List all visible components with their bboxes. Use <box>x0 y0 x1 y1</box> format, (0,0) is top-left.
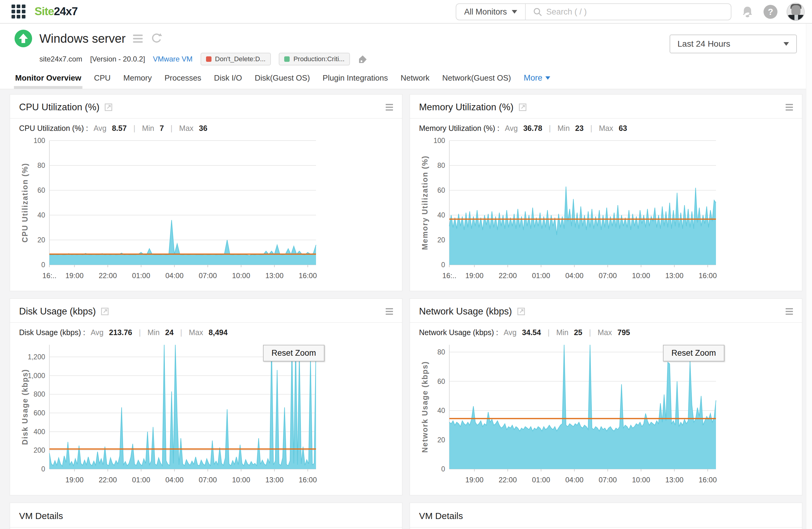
memory-stats: Memory Utilization (%) : Avg36.78 | Min2… <box>410 118 802 134</box>
svg-text:04:00: 04:00 <box>565 271 583 280</box>
svg-text:22:00: 22:00 <box>99 476 117 484</box>
monitor-filter-label: All Monitors <box>464 7 507 17</box>
reset-zoom-button[interactable]: Reset Zoom <box>663 345 724 362</box>
panel-title: Memory Utilization (%) <box>419 102 513 113</box>
search-input[interactable]: Search ( / ) <box>526 7 731 17</box>
app-grid-icon[interactable] <box>12 4 26 18</box>
svg-text:0: 0 <box>41 465 45 473</box>
monitor-version: [Version - 20.0.2] <box>90 55 145 63</box>
network-chart[interactable]: 02040608019:0022:0001:0004:0007:0010:001… <box>410 339 802 491</box>
svg-text:19:00: 19:00 <box>66 476 84 484</box>
vmware-vm-link[interactable]: VMware VM <box>153 55 193 63</box>
svg-text:60: 60 <box>37 186 45 194</box>
svg-text:13:00: 13:00 <box>665 271 683 280</box>
expand-chart-icon[interactable] <box>518 103 527 112</box>
monitor-domain: site24x7.com <box>39 55 82 63</box>
tab-monitor-overview[interactable]: Monitor Overview <box>15 73 81 89</box>
svg-text:800: 800 <box>34 390 45 398</box>
svg-text:13:00: 13:00 <box>265 271 284 280</box>
svg-text:04:00: 04:00 <box>565 476 583 484</box>
table-row: ESX/ESXi Host Name 172.21.112.41 <box>410 528 802 529</box>
svg-text:01:00: 01:00 <box>132 271 150 280</box>
svg-text:13:00: 13:00 <box>265 476 284 484</box>
time-range-dropdown[interactable]: Last 24 Hours <box>670 34 797 53</box>
svg-text:10:00: 10:00 <box>232 476 250 484</box>
svg-text:19:00: 19:00 <box>66 271 84 280</box>
svg-text:07:00: 07:00 <box>199 271 217 280</box>
site24x7-logo[interactable]: Site24x7 <box>34 5 77 18</box>
tab-more[interactable]: More <box>524 73 550 89</box>
svg-text:0: 0 <box>441 261 445 269</box>
svg-text:40: 40 <box>37 211 45 219</box>
tab-disk-guest-os-[interactable]: Disk(Guest OS) <box>255 73 310 89</box>
svg-text:0: 0 <box>441 465 445 473</box>
svg-text:20: 20 <box>437 236 445 244</box>
tab-cpu[interactable]: CPU <box>94 73 111 89</box>
svg-text:Memory Utilization (%): Memory Utilization (%) <box>421 156 429 250</box>
monitor-menu-icon[interactable] <box>133 34 143 43</box>
memory-utilization-panel: Memory Utilization (%) Memory Utilizatio… <box>410 94 802 291</box>
svg-text:16:00: 16:00 <box>699 271 717 280</box>
status-up-icon <box>15 30 32 47</box>
svg-text:Disk Usage (kbps): Disk Usage (kbps) <box>20 369 29 445</box>
panel-title: Disk Usage (kbps) <box>19 306 96 317</box>
svg-text:10:00: 10:00 <box>632 271 650 280</box>
cpu-utilization-panel: CPU Utilization (%) CPU Utilization (%) … <box>10 94 402 291</box>
svg-text:80: 80 <box>437 348 445 356</box>
svg-text:13:00: 13:00 <box>665 476 683 484</box>
tags-icon[interactable] <box>358 54 368 64</box>
svg-text:07:00: 07:00 <box>599 271 617 280</box>
tab-disk-i-o[interactable]: Disk I/O <box>214 73 242 89</box>
svg-text:600: 600 <box>34 409 45 417</box>
svg-text:19:00: 19:00 <box>465 476 483 484</box>
tag-color-swatch <box>206 56 212 62</box>
tag-dont-delete[interactable]: Don't_Delete:D... <box>201 53 271 65</box>
chevron-down-icon <box>784 42 789 46</box>
memory-chart[interactable]: 02040608010016:..19:0022:0001:0004:0007:… <box>410 134 802 287</box>
svg-text:22:00: 22:00 <box>499 271 517 280</box>
tab-plugin-integrations[interactable]: Plugin Integrations <box>323 73 388 89</box>
vm-details-title: VM Details <box>10 503 402 527</box>
expand-chart-icon[interactable] <box>101 307 109 316</box>
dashboard-grid: CPU Utilization (%) CPU Utilization (%) … <box>0 89 812 529</box>
disk-stats: Disk Usage (kbps) : Avg213.76 | Min24 | … <box>10 323 402 339</box>
topbar: Site24x7 All Monitors Search ( / ) ? <box>0 0 812 24</box>
svg-text:01:00: 01:00 <box>532 271 550 280</box>
svg-text:10:00: 10:00 <box>632 476 650 484</box>
tab-network[interactable]: Network <box>401 73 429 89</box>
refresh-icon[interactable] <box>150 32 163 45</box>
panel-menu-icon[interactable] <box>786 308 793 315</box>
panel-menu-icon[interactable] <box>786 104 793 111</box>
svg-text:01:00: 01:00 <box>132 476 150 484</box>
expand-chart-icon[interactable] <box>104 103 113 112</box>
svg-text:10:00: 10:00 <box>232 271 250 280</box>
reset-zoom-button[interactable]: Reset Zoom <box>263 345 324 362</box>
panel-menu-icon[interactable] <box>386 308 393 315</box>
svg-text:04:00: 04:00 <box>165 271 184 280</box>
cpu-chart[interactable]: 02040608010016:..19:0022:0001:0004:0007:… <box>10 134 402 287</box>
monitor-filter-dropdown[interactable]: All Monitors <box>456 4 526 20</box>
notifications-bell-icon[interactable] <box>740 5 754 19</box>
tab-memory[interactable]: Memory <box>123 73 152 89</box>
svg-text:Network Usage (kbps): Network Usage (kbps) <box>421 361 429 453</box>
svg-text:100: 100 <box>34 137 45 145</box>
user-avatar[interactable] <box>786 3 805 21</box>
tab-network-guest-os-[interactable]: Network(Guest OS) <box>443 73 511 89</box>
panel-menu-icon[interactable] <box>386 104 393 111</box>
help-icon[interactable]: ? <box>764 5 778 19</box>
disk-usage-panel: Disk Usage (kbps) Disk Usage (kbps) : Av… <box>10 298 402 495</box>
svg-text:16:..: 16:.. <box>443 271 456 280</box>
logo-text-24x7: 24x7 <box>54 5 77 18</box>
svg-text:16:00: 16:00 <box>699 476 717 484</box>
tag-production[interactable]: Production:Criti... <box>279 53 350 65</box>
disk-chart[interactable]: 02004006008001,0001,20019:0022:0001:0004… <box>10 339 402 491</box>
svg-text:40: 40 <box>437 407 445 414</box>
expand-chart-icon[interactable] <box>517 307 525 316</box>
svg-text:07:00: 07:00 <box>199 476 217 484</box>
logo-text-site: Site <box>34 5 54 18</box>
tab-bar: Monitor OverviewCPUMemoryProcessesDisk I… <box>15 73 797 89</box>
scrollbar-track[interactable] <box>806 24 812 529</box>
vm-details-panel-left: VM Details Host Name s24x7-w10.site24x7.… <box>10 503 402 529</box>
tab-processes[interactable]: Processes <box>164 73 201 89</box>
svg-text:400: 400 <box>34 428 45 436</box>
